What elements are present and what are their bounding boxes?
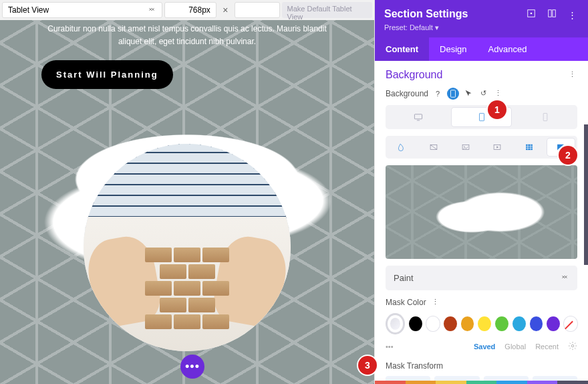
palette-gear-icon[interactable]	[568, 341, 577, 352]
color-swatches	[386, 313, 577, 334]
hero-image	[84, 144, 291, 351]
bg-type-image[interactable]	[452, 138, 480, 156]
caret-icon	[147, 5, 156, 16]
swatch[interactable]	[547, 316, 560, 331]
help-icon[interactable]: ?	[432, 88, 443, 99]
device-desktop[interactable]	[388, 108, 448, 126]
bg-type-color[interactable]	[388, 138, 416, 156]
expand-icon[interactable]	[525, 7, 538, 20]
panel-title: Section Settings	[384, 8, 468, 20]
viewport-width-input[interactable]: 768px	[164, 2, 216, 18]
panel-header: Section Settings ⋮ Preset: Default ▾	[375, 0, 588, 37]
palette-recent[interactable]: Recent	[535, 343, 559, 351]
hero-paragraph: Curabitur non nulla sit amet nisl tempus…	[40, 23, 334, 48]
bg-type-pattern[interactable]	[515, 138, 543, 156]
view-mode-select[interactable]: Tablet View	[2, 2, 162, 18]
background-type-segment	[386, 136, 577, 159]
section-kebab-icon[interactable]: ⋮	[567, 70, 577, 80]
swatch[interactable]	[426, 316, 440, 331]
select-caret-icon	[560, 272, 569, 284]
swatch[interactable]	[478, 316, 491, 331]
annotation-2: 2	[559, 146, 577, 165]
bg-type-gradient[interactable]	[420, 138, 448, 156]
make-default-button[interactable]: Make Default Tablet View	[282, 2, 372, 18]
svg-rect-6	[479, 113, 484, 120]
tab-advanced[interactable]: Advanced	[478, 37, 538, 61]
swatch-none[interactable]	[564, 316, 577, 331]
panel-scrollbar[interactable]	[584, 124, 588, 265]
options-kebab-icon[interactable]: ⋮	[492, 88, 503, 99]
svg-rect-3	[552, 10, 555, 17]
reset-icon[interactable]: ↺	[478, 88, 488, 99]
mask-style-select[interactable]: Paint	[386, 266, 577, 290]
svg-rect-2	[548, 10, 551, 17]
svg-rect-5	[414, 114, 422, 118]
bg-type-video[interactable]	[484, 138, 512, 156]
add-section-fab[interactable]: •••	[180, 355, 204, 379]
builder-canvas: Tablet View 768px × Make Default Tablet …	[0, 0, 374, 384]
hover-cursor-icon[interactable]	[463, 88, 474, 99]
background-preview[interactable]	[386, 165, 577, 259]
view-mode-label: Tablet View	[8, 5, 49, 15]
mask-transform-label: Mask Transform	[386, 361, 443, 371]
device-phone[interactable]	[515, 108, 575, 126]
panel-bottom-colorstrip	[375, 381, 588, 384]
swatch[interactable]	[444, 316, 457, 331]
swatch[interactable]	[409, 316, 422, 331]
panel-tabs: Content Design Advanced	[375, 37, 588, 61]
mask-color-kebab-icon[interactable]: ⋮	[430, 297, 441, 308]
viewport-height-input[interactable]	[235, 2, 280, 18]
swatch[interactable]	[495, 316, 508, 331]
swatch[interactable]	[461, 316, 474, 331]
svg-point-10	[464, 146, 464, 147]
palette-saved[interactable]: Saved	[474, 343, 495, 351]
responsive-icon[interactable]	[447, 88, 459, 100]
panel-scroll: Background ⋮ Background ? ↺ ⋮ Paint	[375, 61, 588, 385]
background-label: Background	[386, 89, 428, 98]
swatch[interactable]	[530, 316, 543, 331]
svg-rect-12	[526, 144, 533, 149]
svg-rect-4	[451, 90, 456, 97]
annotation-3: 3	[358, 356, 377, 375]
cta-button[interactable]: Start Will Planning	[41, 60, 173, 89]
chevron-down-icon: ▾	[435, 23, 439, 31]
kebab-icon[interactable]: ⋮	[565, 9, 579, 22]
section-background-title: Background	[386, 69, 442, 81]
palette-more-icon[interactable]: •••	[386, 343, 394, 351]
svg-rect-7	[543, 113, 547, 120]
dots-icon: •••	[185, 360, 200, 374]
columns-icon[interactable]	[545, 7, 559, 20]
canvas-topbar: Tablet View 768px × Make Default Tablet …	[0, 0, 374, 20]
preset-selector[interactable]: Preset: Default ▾	[384, 23, 579, 32]
dimension-times-icon: ×	[216, 0, 235, 20]
swatch-current[interactable]	[386, 313, 405, 334]
palette-global[interactable]: Global	[504, 343, 526, 351]
mask-color-label: Mask Color	[386, 298, 426, 307]
swatch[interactable]	[512, 316, 526, 331]
device-segment	[386, 105, 577, 129]
svg-point-1	[531, 13, 533, 15]
tab-design[interactable]: Design	[429, 37, 477, 61]
settings-panel: Section Settings ⋮ Preset: Default ▾ Con…	[374, 0, 588, 384]
annotation-1: 1	[488, 100, 506, 119]
tab-content[interactable]: Content	[375, 37, 429, 61]
svg-point-14	[571, 345, 574, 347]
